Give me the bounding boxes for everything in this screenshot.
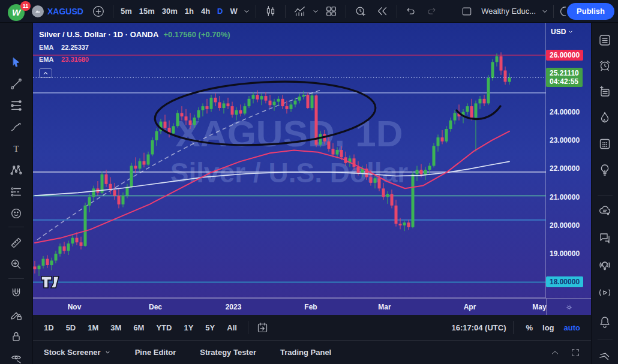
time-axis[interactable]: NovDec2023FebMarAprMay	[33, 298, 591, 315]
text-tool-button[interactable]: T	[6, 139, 26, 159]
save-layout-box-icon[interactable]	[457, 3, 477, 20]
lock-all-drawings-button[interactable]	[6, 326, 26, 347]
range-6m[interactable]: 6M	[128, 321, 149, 335]
clock-timezone-button[interactable]: 16:17:04 (UTC)	[451, 323, 506, 332]
xabcd-pattern-tool-button[interactable]	[6, 160, 26, 181]
time-axis-label: Apr	[464, 303, 476, 311]
streams-button[interactable]	[595, 282, 615, 303]
redo-button[interactable]	[421, 3, 442, 20]
fullscreen-button[interactable]	[571, 348, 580, 357]
price-scale[interactable]: USD 24.0000023.0000022.0000021.0000020.0…	[546, 23, 591, 298]
notifications-bell-button[interactable]	[595, 312, 615, 332]
timeframe-dropdown-chevron[interactable]	[241, 3, 252, 20]
range-1m[interactable]: 1M	[83, 321, 103, 335]
publish-button[interactable]: Publish	[567, 3, 614, 20]
timeframe-1h[interactable]: 1h	[181, 3, 197, 20]
minds-button[interactable]	[595, 201, 615, 221]
indicators-button[interactable]	[289, 3, 311, 20]
indicators-dropdown-chevron[interactable]	[311, 3, 320, 20]
layout-grid-button[interactable]	[320, 3, 342, 20]
ideas-button[interactable]	[595, 160, 615, 180]
drawing-mode-lock-button[interactable]	[6, 305, 26, 325]
chart-title-button[interactable]: Silver / U.S. Dollar · 1D · OANDA+0.1756…	[39, 30, 230, 39]
stock-screener-label: Stock Screener	[44, 348, 101, 357]
gear-icon	[565, 303, 574, 312]
legend-collapse-button[interactable]	[39, 68, 52, 78]
price-tick-label: 19.00000	[550, 249, 580, 258]
price-tick-label: 24.00000	[550, 108, 580, 116]
timeframe-5m[interactable]: 5m	[117, 3, 136, 20]
cursor-tool-button[interactable]	[6, 52, 26, 73]
indicator-row-ema1[interactable]: EMA 22.25337	[39, 44, 230, 51]
separator	[285, 5, 286, 18]
axis-settings-corner[interactable]	[546, 299, 591, 315]
layout-name-button[interactable]: Wealthy Educ...	[477, 3, 540, 20]
zoom-in-tool-button[interactable]	[6, 254, 26, 275]
log-scale-button[interactable]: log	[538, 321, 559, 335]
timeframe-w[interactable]: W	[227, 3, 241, 20]
range-5y[interactable]: 5Y	[200, 321, 220, 335]
trading-panel-button[interactable]: Trading Panel	[280, 348, 331, 357]
range-3m[interactable]: 3M	[106, 321, 126, 335]
separator	[8, 278, 24, 279]
data-window-button[interactable]	[595, 82, 615, 102]
layout-dropdown-chevron[interactable]	[540, 3, 550, 20]
timeframe-30m[interactable]: 30m	[158, 3, 181, 20]
indicator-row-ema2[interactable]: EMA 23.31680	[39, 56, 230, 63]
bottom-panel-bar: Stock Screener Pine Editor Strategy Test…	[33, 340, 591, 364]
separator	[553, 5, 554, 18]
chart-canvas[interactable]: XAGUSD, 1D Silver / U.S. Dollar Silver /…	[33, 23, 546, 298]
collapse-sidebar-button[interactable]	[595, 345, 615, 364]
symbol-search-button[interactable]: XAGUSD	[28, 3, 88, 20]
strategy-tester-label: Strategy Tester	[200, 348, 256, 357]
range-all[interactable]: All	[222, 321, 242, 335]
timeframe-15m[interactable]: 15m	[136, 3, 158, 20]
calendar-button[interactable]	[595, 134, 615, 154]
go-to-date-button[interactable]	[252, 319, 273, 336]
date-range-group: 1D5D1M3M6MYTD1Y5YAll	[39, 321, 244, 335]
chart-style-candles-button[interactable]	[260, 3, 281, 20]
separator	[248, 321, 248, 334]
separator	[113, 5, 113, 18]
live-ideas-button[interactable]	[595, 255, 615, 275]
create-alert-button[interactable]	[350, 3, 371, 20]
strategy-tester-button[interactable]: Strategy Tester	[200, 348, 256, 357]
fib-retracement-tool-button[interactable]	[6, 95, 26, 116]
currency-label: USD	[551, 28, 566, 36]
brush-tool-button[interactable]	[6, 117, 26, 137]
percent-scale-button[interactable]: %	[521, 321, 538, 335]
range-5d[interactable]: 5D	[61, 321, 81, 335]
alerts-button[interactable]	[595, 56, 615, 76]
indicator-value: 23.31680	[61, 56, 89, 63]
top-toolbar: W 11 XAGUSD 5m15m30m1h4hDW	[0, 0, 618, 23]
bar-replay-button[interactable]	[371, 3, 393, 20]
hotlists-button[interactable]	[595, 107, 615, 128]
emoji-tool-button[interactable]	[6, 203, 26, 224]
compare-add-symbol-button[interactable]	[88, 3, 109, 20]
chat-button[interactable]	[595, 228, 615, 248]
trend-line-tool-button[interactable]	[6, 74, 26, 94]
measure-tool-button[interactable]	[6, 233, 26, 253]
expand-panel-button[interactable]	[550, 348, 560, 357]
price-scale-currency-button[interactable]: USD	[551, 28, 574, 36]
range-1d[interactable]: 1D	[39, 321, 59, 335]
magnet-mode-button[interactable]	[6, 283, 26, 303]
range-ytd[interactable]: YTD	[151, 321, 176, 335]
watchlist-button[interactable]	[595, 30, 615, 50]
pine-editor-button[interactable]: Pine Editor	[135, 348, 176, 357]
tradingview-app: W 11 XAGUSD 5m15m30m1h4hDW	[0, 0, 618, 364]
forecast-tool-button[interactable]	[6, 182, 26, 202]
symbol-name: XAGUSD	[47, 7, 83, 16]
hide-drawings-button[interactable]	[6, 348, 26, 364]
timeframe-d[interactable]: D	[214, 3, 226, 20]
time-axis-label: Nov	[68, 303, 82, 311]
timeframe-4h[interactable]: 4h	[197, 3, 214, 20]
auto-scale-button[interactable]: auto	[559, 321, 585, 335]
indicator-label: EMA	[39, 44, 53, 51]
main-menu-button[interactable]: W 11	[4, 1, 28, 22]
undo-button[interactable]	[401, 3, 421, 20]
snapshot-icon[interactable]	[557, 3, 566, 20]
stock-screener-button[interactable]: Stock Screener	[44, 348, 111, 357]
range-1y[interactable]: 1Y	[179, 321, 198, 335]
chevron-down-icon	[104, 349, 111, 356]
